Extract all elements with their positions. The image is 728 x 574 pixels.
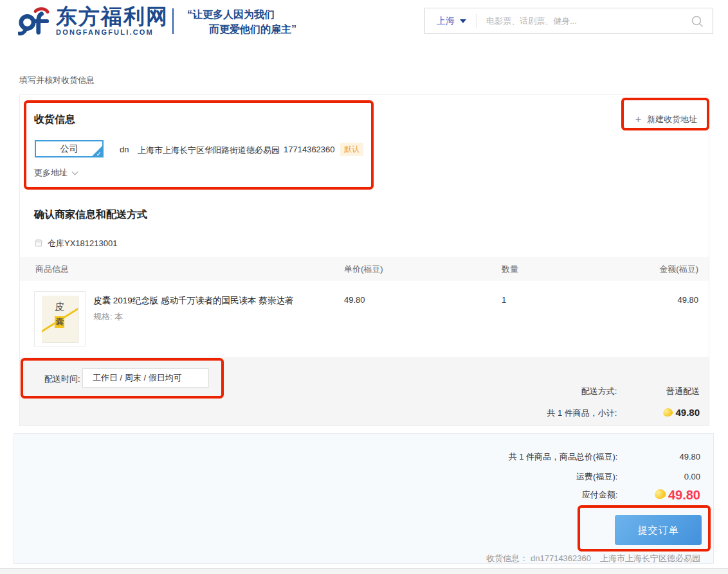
product-quantity: 1 bbox=[502, 295, 506, 305]
payable-row: 应付金额: 49.80 bbox=[582, 488, 700, 503]
warehouse-row: 仓库YX181213001 bbox=[34, 238, 117, 249]
search-input[interactable] bbox=[486, 16, 691, 26]
recipient-address: 上海市上海长宁区华阳路街道德必易园 bbox=[138, 145, 280, 156]
col-amount: 金额(福豆) bbox=[659, 257, 698, 281]
new-address-label: 新建收货地址 bbox=[647, 114, 697, 125]
check-icon: ✓ bbox=[96, 151, 102, 157]
coin-icon bbox=[653, 488, 667, 501]
delivery-method-value: 普通配送 bbox=[619, 386, 700, 397]
product-table-header: 商品信息 单价(福豆) 数量 金额(福豆) bbox=[20, 257, 709, 281]
footer-address: 上海市上海长宁区德必易园 bbox=[600, 553, 700, 563]
coin-icon bbox=[662, 407, 674, 418]
search-divider bbox=[477, 14, 477, 28]
col-quantity: 数量 bbox=[502, 257, 518, 281]
total-label: 共 1 件商品，商品总价(福豆): bbox=[509, 452, 618, 462]
delivery-time-label: 配送时间: bbox=[44, 373, 80, 385]
payable-label: 应付金额: bbox=[582, 490, 618, 499]
page-bottom-strip bbox=[0, 568, 728, 574]
logo-divider bbox=[172, 8, 174, 34]
freight-row: 运费(福豆): 0.00 bbox=[576, 471, 700, 483]
subtotal-row: 共 1 件商品，小计: 49.80 bbox=[547, 407, 700, 419]
checkout-page: 东方福利网 DONGFANGFULI.COM “让更多人因为我们 而更爱他们的雇… bbox=[0, 0, 728, 574]
book-cover: 皮 囊 bbox=[42, 296, 78, 342]
new-address-button[interactable]: + 新建收货地址 bbox=[635, 114, 697, 125]
warehouse-label: 仓库YX181213001 bbox=[48, 238, 117, 249]
delivery-time-select[interactable]: 工作日 / 周末 / 假日均可 bbox=[82, 368, 209, 388]
shipping-section-title: 收货信息 bbox=[34, 113, 75, 127]
site-logo[interactable]: 东方福利网 DONGFANGFULI.COM bbox=[18, 6, 168, 39]
col-product-info: 商品信息 bbox=[35, 257, 69, 281]
recipient-name: dn bbox=[120, 145, 129, 154]
default-badge: 默认 bbox=[340, 143, 363, 156]
delivery-method-row: 配送方式: 普通配送 bbox=[581, 386, 700, 397]
product-image[interactable]: 皮 囊 bbox=[34, 291, 86, 346]
freight-value: 0.00 bbox=[620, 472, 700, 481]
logo-mark-icon bbox=[18, 6, 50, 39]
recipient-phone: 17714362360 bbox=[284, 145, 335, 154]
search-bar: 上海 bbox=[424, 8, 713, 34]
page-title: 填写并核对收货信息 bbox=[19, 75, 95, 86]
product-unit-price: 49.80 bbox=[344, 295, 365, 305]
delivery-method-label: 配送方式: bbox=[581, 386, 617, 396]
chevron-down-icon bbox=[72, 169, 78, 175]
payable-value: 49.80 bbox=[668, 488, 700, 502]
brand-name: 东方福利网 bbox=[56, 6, 168, 28]
city-selector[interactable]: 上海 bbox=[437, 15, 466, 27]
summary-panel: 共 1 件商品，商品总价(福豆): 49.80 运费(福豆): 0.00 应付金… bbox=[14, 433, 714, 564]
product-title[interactable]: 皮囊 2019纪念版 感动千万读者的国民读本 蔡崇达著 bbox=[93, 295, 370, 307]
delivery-band: 配送时间: 工作日 / 周末 / 假日均可 配送方式: 普通配送 共 1 件商品… bbox=[20, 357, 709, 426]
submit-order-button[interactable]: 提交订单 bbox=[615, 515, 702, 545]
total-row: 共 1 件商品，商品总价(福豆): 49.80 bbox=[509, 451, 700, 463]
product-amount: 49.80 bbox=[677, 295, 698, 305]
city-label: 上海 bbox=[437, 15, 455, 27]
more-addresses-label: 更多地址 bbox=[34, 167, 68, 179]
slogan: “让更多人因为我们 而更爱他们的雇主” bbox=[187, 7, 296, 37]
total-value: 49.80 bbox=[620, 452, 700, 462]
search-icon[interactable] bbox=[691, 15, 704, 28]
chevron-down-icon bbox=[460, 19, 466, 23]
order-card: 收货信息 + 新建收货地址 公司 ✓ dn 上海市上海长宁区华阳路街道德必易园 … bbox=[19, 94, 709, 426]
shipping-footer: 收货信息：dn17714362360上海市上海长宁区德必易园 bbox=[484, 553, 700, 564]
brand-domain: DONGFANGFULI.COM bbox=[56, 28, 168, 36]
address-type-label: 公司 bbox=[60, 143, 78, 154]
subtotal-value: 49.80 bbox=[675, 407, 700, 418]
product-spec: 规格: 本 bbox=[93, 311, 123, 323]
col-unit-price: 单价(福豆) bbox=[344, 257, 383, 281]
freight-label: 运费(福豆): bbox=[576, 472, 617, 481]
cover-text: 囊 bbox=[55, 316, 64, 328]
shop-icon bbox=[34, 238, 43, 249]
footer-contact: dn17714362360 bbox=[531, 553, 591, 563]
merchant-section-title: 确认商家信息和配送方式 bbox=[34, 208, 147, 222]
more-addresses-link[interactable]: 更多地址 bbox=[34, 167, 77, 179]
footer-label: 收货信息： bbox=[486, 553, 528, 563]
address-type-button[interactable]: 公司 ✓ bbox=[35, 140, 104, 157]
plus-icon: + bbox=[635, 115, 641, 124]
cover-text: 皮 bbox=[55, 301, 64, 313]
subtotal-label: 共 1 件商品，小计: bbox=[547, 408, 617, 418]
